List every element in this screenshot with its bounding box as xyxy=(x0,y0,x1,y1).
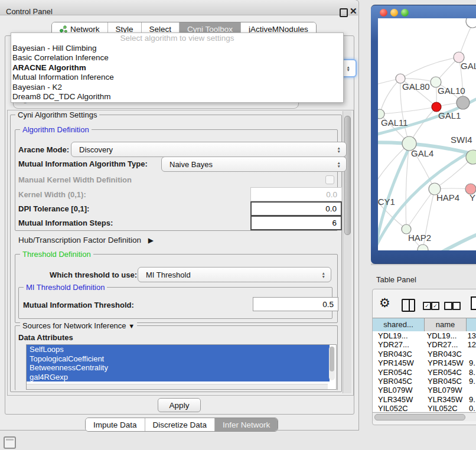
list-item[interactable]: BetweennessCentrality xyxy=(27,363,330,373)
deselect-all-checkbox-icon2[interactable] xyxy=(452,302,461,310)
dropdown-prompt: Select algorithm to view settings xyxy=(11,33,343,44)
collapsed-panel-icon[interactable] xyxy=(4,436,16,449)
dropdown-item[interactable]: Mutual Information Inference xyxy=(11,73,343,82)
table-row[interactable]: YIL052CYIL052C0. xyxy=(373,404,476,412)
hub-definition-toggle[interactable]: Hub/Transcription Factor Definition ▶ xyxy=(18,236,154,244)
deselect-all-checkbox-icon[interactable] xyxy=(444,302,452,310)
table-row[interactable]: YLR345WYLR345W9. xyxy=(373,395,476,404)
node-label: Y xyxy=(470,193,475,203)
tab-impute-data[interactable]: Impute Data xyxy=(86,418,145,431)
column-header-partial[interactable] xyxy=(467,318,476,332)
spinner-icon: ▲▼ xyxy=(322,272,325,278)
network-edge xyxy=(400,57,459,79)
dpi-tolerance-field[interactable]: 0.0 xyxy=(250,201,342,216)
node-label: HAP4 xyxy=(436,193,459,203)
network-canvas[interactable]: GALGAL80GAL10GAL1GAL11GAL4SWI4HAP4YGCY1H… xyxy=(378,18,476,250)
scrollbar-thumb[interactable] xyxy=(330,347,334,371)
node-label: SWI4 xyxy=(451,135,472,145)
table-hscrollbar[interactable] xyxy=(373,412,476,421)
dropdown-item[interactable]: Dream8 DC_TDC Algorithm xyxy=(11,92,343,102)
cyni-bottom-tabs: Impute Data Discretize Data Infer Networ… xyxy=(85,418,278,432)
dropdown-item[interactable]: Bayesian - K2 xyxy=(11,83,343,92)
select-all-checkbox-icon[interactable]: ✓ xyxy=(423,302,431,310)
minimize-window-icon[interactable] xyxy=(390,9,398,17)
network-edge xyxy=(380,79,400,114)
node-label: GAL11 xyxy=(381,118,408,128)
table-row[interactable]: YBR045CYBR045C9. xyxy=(373,377,476,386)
chevron-down-icon: ▼ xyxy=(128,322,135,330)
export-table-icon[interactable] xyxy=(471,296,476,310)
data-attributes-list: SelfLoops TopologicalCoefficient Between… xyxy=(26,344,337,390)
which-threshold-combo[interactable]: MI Threshold ▲▼ xyxy=(138,267,331,282)
dropdown-item[interactable]: Bayesian - Hill Climbing xyxy=(11,44,343,53)
aracne-mode-label: Aracne Mode: xyxy=(18,145,69,154)
list-item[interactable]: SelfLoops xyxy=(27,345,330,354)
select-all-checkbox-icon2[interactable]: ✓ xyxy=(431,302,439,310)
sources-toggle[interactable]: Sources for Network Inference ▼ xyxy=(20,321,137,330)
zoom-window-icon[interactable] xyxy=(401,9,409,17)
node-label: GAL4 xyxy=(411,148,433,158)
aracne-mode-combo[interactable]: Discovery ▲▼ xyxy=(71,142,347,157)
dropdown-item[interactable]: Basic Correlation Inference xyxy=(11,53,343,63)
tab-infer-network[interactable]: Infer Network xyxy=(214,418,278,431)
table-row[interactable]: YBL079WYBL079W xyxy=(373,386,476,394)
manual-kernel-label: Manual Kernel Width Definition xyxy=(18,175,132,184)
chevron-right-icon: ▶ xyxy=(148,236,154,244)
group-title: Cyni Algorithm Settings xyxy=(15,110,99,119)
table-body: YDL19...YDL19...13 YDR27...YDR27...12 YB… xyxy=(373,331,476,412)
panel-title: Control Panel xyxy=(6,7,53,16)
mi-steps-label: Mutual Information Steps: xyxy=(18,219,113,227)
close-window-icon[interactable] xyxy=(380,9,387,17)
which-threshold-label: Which threshold to use: xyxy=(50,270,137,279)
float-panel-icon[interactable] xyxy=(340,8,348,17)
spinner-icon: ▲▼ xyxy=(347,65,350,71)
list-item[interactable]: gal4RGexp xyxy=(27,373,330,382)
network-graph: GALGAL80GAL10GAL1GAL11GAL4SWI4HAP4YGCY1H… xyxy=(378,18,476,250)
table-row[interactable]: YPR145WYPR145W9. xyxy=(373,358,476,367)
table-row[interactable]: YDL19...YDL19...13 xyxy=(373,331,476,340)
spinner-icon: ▲▼ xyxy=(337,146,341,153)
network-node[interactable] xyxy=(466,18,476,28)
spinner-icon: ▲▼ xyxy=(337,161,341,168)
list-scrollbar[interactable] xyxy=(329,346,335,380)
gear-icon[interactable]: ⚙ xyxy=(379,296,390,310)
tab-discretize-data[interactable]: Discretize Data xyxy=(145,418,215,431)
column-header-shared[interactable]: shared... xyxy=(373,318,425,332)
mi-type-label: Mutual Information Algorithm Type: xyxy=(18,159,148,168)
manual-kernel-checkbox[interactable] xyxy=(325,175,334,184)
network-node[interactable] xyxy=(457,96,470,109)
network-edge-thick xyxy=(438,235,476,250)
kernel-width-label: Kernel Width (0,1): xyxy=(18,190,86,199)
mi-type-combo[interactable]: Naive Bayes ▲▼ xyxy=(161,156,347,172)
table-row[interactable]: YER054CYER054C8. xyxy=(373,368,476,377)
control-panel-titlebar[interactable] xyxy=(0,0,358,15)
table-row[interactable]: YDR27...YDR27...12 xyxy=(373,340,476,349)
network-node[interactable] xyxy=(418,244,428,250)
group-title: MI Threshold Definition xyxy=(24,283,107,292)
show-columns-icon[interactable] xyxy=(402,299,415,312)
network-tab-icon xyxy=(60,25,67,33)
close-panel-icon[interactable]: ✕ xyxy=(350,6,357,17)
mi-threshold-label: Mutual Information Threshold: xyxy=(23,301,134,309)
node-label: GAL80 xyxy=(402,81,430,92)
column-header-name[interactable]: name xyxy=(425,318,467,332)
apply-button[interactable]: Apply xyxy=(158,398,201,412)
algorithm-dropdown-popup: Select algorithm to view settings Bayesi… xyxy=(11,32,344,103)
network-edge xyxy=(380,107,436,114)
node-label: GAL xyxy=(461,61,476,71)
node-label: GAL10 xyxy=(438,86,465,96)
scrollbar-thumb[interactable] xyxy=(374,414,465,420)
dpi-tolerance-label: DPI Tolerance [0,1]: xyxy=(18,204,89,213)
mi-threshold-field[interactable]: 0.5 xyxy=(253,297,338,311)
list-hscrollbar[interactable] xyxy=(27,384,328,389)
mi-steps-field[interactable]: 6 xyxy=(250,216,342,230)
kernel-width-field[interactable]: 0.0 xyxy=(250,187,342,201)
list-item[interactable]: TopologicalCoefficient xyxy=(27,354,330,364)
window-shadow xyxy=(371,263,476,265)
group-title: Algorithm Definition xyxy=(20,125,92,134)
dropdown-item-selected[interactable]: ARACNE Algorithm xyxy=(11,63,343,73)
data-attributes-label: Data Attributes xyxy=(18,333,73,342)
table-row[interactable]: YBR043CYBR043C xyxy=(373,350,476,358)
scrollbar-thumb[interactable] xyxy=(344,116,351,235)
node-label: HAP2 xyxy=(408,233,431,243)
